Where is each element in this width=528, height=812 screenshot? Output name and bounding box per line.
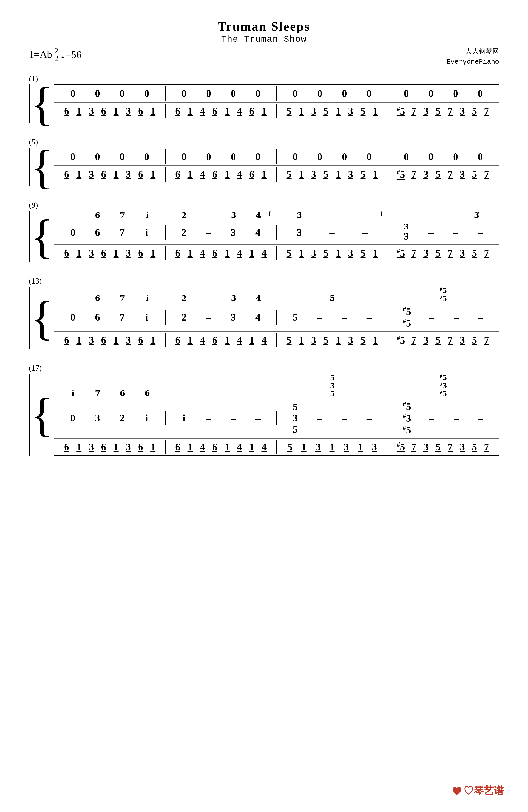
bass-note: 5	[360, 169, 366, 180]
bass-note: 5	[360, 105, 366, 117]
bass-note: 1	[372, 247, 379, 259]
note: –	[366, 311, 372, 323]
bass-note: 6	[137, 441, 144, 453]
bass-note: 1	[224, 247, 230, 259]
note: –	[205, 227, 212, 238]
note: 3	[296, 227, 303, 238]
note-mid: 3	[292, 412, 298, 424]
section-2: (5) { 0 0 0 0 0 0 0 0	[29, 137, 499, 186]
measure-2-2: 0 0 0 0	[165, 149, 277, 164]
bass-note: 4	[261, 247, 267, 259]
measure-4-2: 2 – 3 4	[165, 310, 277, 324]
bass-note: 6	[137, 334, 144, 346]
bass-note: 4	[199, 334, 206, 346]
dot	[407, 211, 414, 220]
note: –	[317, 311, 323, 323]
bass-note: 1	[372, 334, 379, 346]
notation-1: { 0 0 0 0 0 0 0 0	[29, 84, 499, 123]
bass-note: 3	[423, 247, 429, 259]
chord-sharp-dot-5: #5̇ #3̇ #5̇	[440, 374, 447, 398]
note: –	[205, 311, 212, 323]
note: 0	[452, 151, 459, 162]
bass-measure-3-4: #5 7 3 5 7 3 5 7	[388, 246, 499, 260]
m-dot-5-4: #5̇ #3̇ #5̇	[388, 374, 499, 398]
notation-3: { 6̇ 7̇ i̇ 2̇ 3̇ 4̇	[29, 211, 499, 262]
bass-note: 4	[199, 441, 206, 453]
bass-note: 1	[150, 105, 157, 117]
note-bot: #5	[403, 424, 411, 436]
bass-note: 4	[261, 441, 267, 453]
bass-note: 1	[298, 334, 305, 346]
section-5: (17) { i̇ 7̇ 6̇ 6̇ 5̇	[29, 364, 499, 456]
measure-1-4: 0 0 0 0	[388, 86, 499, 101]
main-title: Truman Sleeps	[29, 19, 499, 33]
dot: 6̇	[119, 389, 126, 398]
bass-note: 6	[175, 105, 181, 117]
measure-1-2: 0 0 0 0	[165, 86, 277, 101]
bass-3: 6 1 3 6 1 3 6 1 6 1 4 6 1	[55, 245, 499, 262]
bass-4: 6 1 3 6 1 3 6 1 6 1 4 6 1	[55, 332, 499, 349]
measure-2-4: 0 0 0 0	[388, 149, 499, 164]
bass-note: 3	[347, 105, 354, 117]
bass-note: 6	[100, 169, 107, 180]
logo: ♪ ♡琴艺谱	[452, 785, 504, 796]
bass-note: #5	[397, 334, 405, 346]
notation-2: { 0 0 0 0 0 0 0 0 0	[29, 147, 499, 186]
source2: EveryonePiano	[446, 57, 499, 67]
dot: 6̇	[144, 389, 151, 398]
bass-note: 4	[236, 334, 243, 346]
note: 4	[254, 227, 261, 238]
bass-note: 6	[63, 169, 70, 180]
bass-note: 5	[323, 169, 329, 180]
dot: 4̇	[255, 294, 262, 303]
bass-note: 6	[63, 441, 70, 453]
dot: 5̇	[329, 294, 336, 303]
note: –	[427, 227, 434, 238]
bass-note: 7	[410, 169, 417, 180]
note: 0	[69, 151, 76, 162]
bass-note: 1	[372, 105, 379, 117]
note: –	[341, 412, 348, 424]
note: 0	[205, 88, 212, 99]
note: 7	[119, 311, 126, 323]
bass-note: 5	[323, 247, 329, 259]
measure-5-1: 0 3 2 i	[55, 411, 165, 425]
bass-note: 4	[199, 169, 206, 180]
bass-note: 7	[483, 247, 490, 259]
dot: 2̇	[181, 211, 188, 220]
stacked-mid: 3̇	[330, 382, 335, 390]
note: i	[143, 311, 150, 323]
bass-note: 3	[125, 105, 132, 117]
note: 0	[254, 151, 261, 162]
note: 2	[180, 311, 187, 323]
section-num-2: (5)	[29, 137, 499, 146]
measure-2-1: 0 0 0 0	[55, 149, 165, 164]
section-1: (1) { 0 0 0 0 0 0 0 0	[29, 74, 499, 123]
note: –	[477, 412, 484, 424]
bass-note: 5	[285, 334, 292, 346]
note: 0	[143, 151, 150, 162]
dot: 6̇	[94, 294, 101, 303]
bass-note: 6	[248, 105, 255, 117]
note: 0	[230, 88, 237, 99]
bass-note: 4	[236, 441, 243, 453]
section-num-4: (13)	[29, 277, 499, 286]
dot	[205, 294, 212, 303]
note: –	[341, 311, 348, 323]
bass-note: 7	[483, 441, 490, 453]
section-3: (9) { 6̇ 7̇ i̇ 2̇ 3̇	[29, 201, 499, 262]
m-dot-4-3: 5̇	[277, 294, 388, 303]
bass-note: 6	[100, 334, 107, 346]
note: 0	[366, 88, 372, 99]
time-top: 2	[55, 47, 58, 55]
bass-note: 5	[323, 334, 329, 346]
bass-note: 4	[199, 105, 206, 117]
bass-note: 5	[435, 169, 441, 180]
bass-note: 1	[261, 105, 267, 117]
bass-note: 1	[113, 169, 119, 180]
dot: 3̇	[230, 211, 237, 220]
measure-5-2: i – – –	[165, 411, 277, 425]
bass-note: 7	[447, 105, 454, 117]
bass-note: 4	[199, 247, 206, 259]
note: 0	[119, 151, 126, 162]
